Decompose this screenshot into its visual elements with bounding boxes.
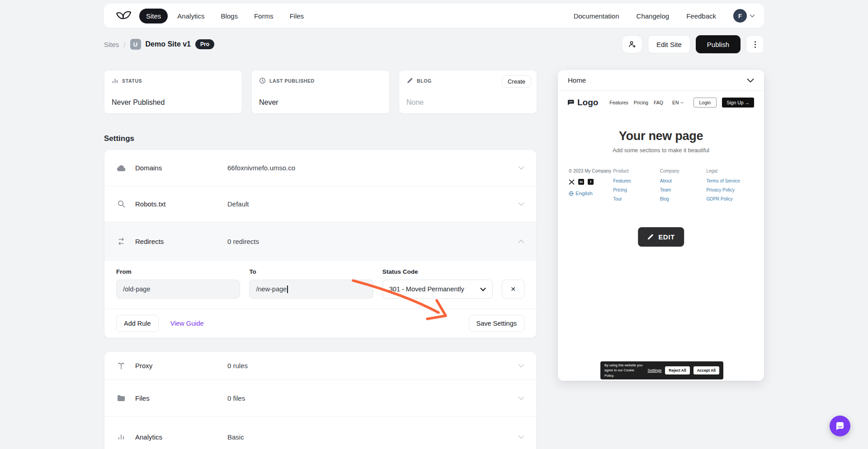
add-rule-button[interactable]: Add Rule — [116, 315, 159, 332]
footer-link[interactable]: Tour — [613, 196, 660, 201]
preview-signup-button[interactable]: Sign Up → — [722, 98, 754, 108]
settings-card: Domains 66foxnivmefo.umso.co Robots.txt … — [104, 150, 537, 338]
folder-icon — [117, 395, 125, 402]
breadcrumb: Sites / U Demo Site v1 Pro — [104, 39, 214, 50]
footer-link[interactable]: Privacy Policy — [706, 187, 753, 192]
breadcrumb-row: Sites / U Demo Site v1 Pro Edit Site Pub… — [104, 33, 764, 55]
footer-link[interactable]: About — [660, 178, 707, 183]
last-published-card-value: Never — [259, 98, 278, 107]
footer-link[interactable]: GDPR Policy — [706, 196, 753, 201]
view-guide-link[interactable]: View Guide — [170, 320, 204, 327]
remove-rule-button[interactable]: ✕ — [502, 280, 524, 299]
page-title: Demo Site v1 — [146, 40, 191, 48]
blog-card: BLOG None Create — [399, 70, 537, 114]
nav-tab-analytics[interactable]: Analytics — [170, 9, 211, 23]
nav-tab-files[interactable]: Files — [283, 9, 311, 23]
chevron-down-icon — [750, 14, 755, 18]
chevron-down-icon — [518, 202, 524, 206]
save-settings-button[interactable]: Save Settings — [469, 315, 524, 332]
cloud-icon — [116, 164, 126, 172]
nav-link-feedback[interactable]: Feedback — [686, 12, 716, 20]
settings-row-value: 66foxnivmefo.umso.co — [227, 164, 295, 172]
footer-link[interactable]: Terms of Service — [706, 178, 753, 183]
footer-link[interactable]: Pricing — [613, 187, 660, 192]
pencil-icon — [647, 234, 654, 240]
settings-row-value: Default — [227, 200, 249, 208]
edit-page-button[interactable]: EDIT — [638, 227, 684, 247]
publish-button[interactable]: Publish — [696, 35, 741, 53]
chevron-down-icon — [518, 364, 524, 368]
search-icon — [118, 200, 125, 208]
status-card: STATUS Never Published — [104, 70, 242, 114]
cookie-message: By using this website you agree to our C… — [604, 363, 644, 379]
linkedin-icon[interactable]: in — [578, 179, 584, 185]
preview-language-select[interactable]: EN — [672, 100, 684, 105]
clock-icon — [259, 77, 266, 84]
last-published-card: LAST PUBLISHED Never — [251, 70, 390, 114]
chevron-down-icon — [518, 166, 524, 170]
redirect-rule-form: From /old-page To /new-page Status Code … — [104, 261, 536, 309]
nav-link-documentation[interactable]: Documentation — [574, 12, 619, 20]
settings-row-redirects[interactable]: Redirects 0 redirects — [104, 222, 536, 261]
footer-link[interactable]: Blog — [660, 196, 707, 201]
status-code-select[interactable]: 301 - Moved Permanently — [382, 280, 493, 299]
pencil-icon — [406, 77, 413, 84]
blog-card-label: BLOG — [417, 78, 432, 84]
settings-row-robots[interactable]: Robots.txt Default — [104, 186, 536, 222]
settings-row-domains[interactable]: Domains 66foxnivmefo.umso.co — [104, 150, 536, 186]
preview-language-link[interactable]: English — [569, 191, 613, 196]
footer-column-title: Product — [613, 168, 660, 173]
to-field-label: To — [249, 268, 373, 275]
cookie-reject-button[interactable]: Reject All — [665, 366, 689, 374]
more-options-button[interactable] — [746, 35, 764, 53]
settings-row-value: 0 redirects — [227, 238, 259, 245]
breadcrumb-sites-link[interactable]: Sites — [104, 41, 119, 48]
cookie-settings-link[interactable]: Settings — [648, 368, 662, 373]
avatar[interactable]: F — [733, 9, 747, 23]
create-blog-button[interactable]: Create — [502, 75, 531, 88]
settings-row-label: Robots.txt — [135, 200, 227, 208]
nav-tab-sites[interactable]: Sites — [139, 9, 168, 23]
chevron-down-icon — [680, 102, 684, 104]
from-input[interactable]: /old-page — [116, 280, 240, 299]
to-input[interactable]: /new-page — [249, 280, 373, 299]
settings-row-label: Files — [135, 394, 227, 402]
facebook-icon[interactable]: f — [588, 179, 594, 185]
umso-logo-icon[interactable] — [116, 10, 132, 22]
account-menu[interactable]: F — [733, 9, 755, 23]
footer-link[interactable]: Team — [660, 187, 707, 192]
preview-nav-features[interactable]: Features — [609, 100, 628, 105]
invite-member-button[interactable] — [622, 35, 642, 53]
preview-logo-text: Logo — [577, 98, 598, 108]
cookie-accept-button[interactable]: Accept All — [693, 366, 719, 374]
site-favicon: U — [130, 39, 141, 50]
repeat-icon — [117, 238, 125, 245]
preview-copyright: © 2023 My Company — [569, 168, 613, 173]
page-selector-value: Home — [568, 76, 586, 84]
chat-launcher-button[interactable] — [830, 416, 850, 436]
settings-row-proxy[interactable]: Proxy 0 rules — [104, 352, 536, 380]
settings-row-label: Analytics — [135, 433, 227, 441]
preview-footer: © 2023 My Company in f English Product F… — [558, 168, 764, 206]
nav-tab-forms[interactable]: Forms — [247, 9, 280, 23]
page-selector[interactable]: Home — [558, 70, 764, 91]
preview-nav-faq[interactable]: FAQ — [654, 100, 663, 105]
pro-plan-badge: Pro — [195, 39, 214, 49]
nav-link-changelog[interactable]: Changelog — [637, 12, 670, 20]
status-card-label: STATUS — [122, 78, 142, 84]
nav-tab-blogs[interactable]: Blogs — [214, 9, 245, 23]
preview-nav-pricing[interactable]: Pricing — [634, 100, 648, 105]
globe-icon — [569, 191, 574, 196]
preview-logo: Logo — [568, 98, 598, 108]
last-published-card-label: LAST PUBLISHED — [269, 78, 315, 84]
preview-login-button[interactable]: Login — [693, 98, 717, 108]
status-card-value: Never Published — [112, 98, 165, 107]
settings-row-value: Basic — [227, 433, 244, 441]
site-preview-panel: Home Logo Features Pricing FAQ EN Login … — [558, 70, 764, 381]
settings-row-label: Proxy — [135, 362, 227, 369]
footer-link[interactable]: Features — [613, 178, 660, 183]
settings-row-analytics[interactable]: Analytics Basic — [104, 416, 536, 449]
x-twitter-icon[interactable] — [569, 179, 575, 185]
edit-site-button[interactable]: Edit Site — [648, 35, 690, 53]
settings-row-files[interactable]: Files 0 files — [104, 380, 536, 416]
